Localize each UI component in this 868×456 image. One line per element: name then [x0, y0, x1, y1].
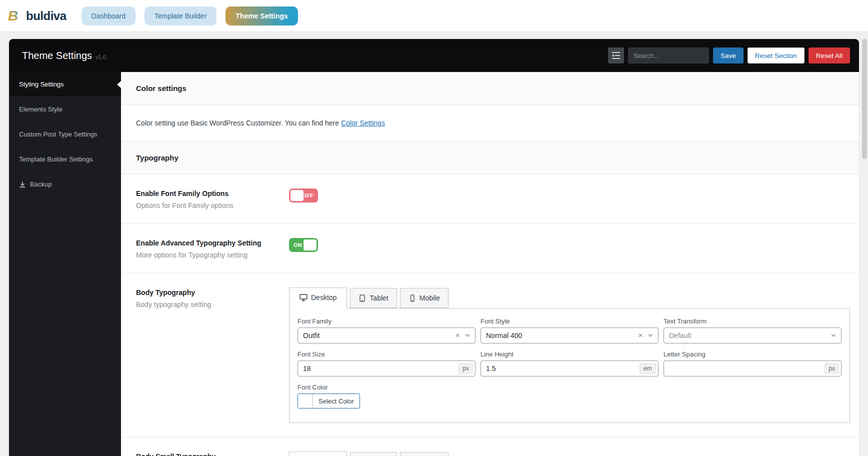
- line-height-field: Line Height em: [480, 350, 658, 376]
- setting-description: More options for Typography setting: [136, 251, 289, 259]
- unit-badge: px: [824, 363, 839, 374]
- download-icon: [19, 181, 26, 188]
- mobile-icon: [408, 294, 416, 302]
- device-tabs: Desktop Tablet: [289, 452, 850, 456]
- body-small-typography-row: Body Small Typography Desktop: [121, 437, 859, 456]
- reset-section-button[interactable]: Reset Section: [748, 48, 804, 64]
- field-label: Font Family: [298, 318, 476, 325]
- font-size-input[interactable]: [298, 360, 476, 376]
- logo-wordmark: buldiva: [26, 9, 66, 23]
- top-navigation-bar: B buldiva Dashboard Template Builder The…: [0, 0, 868, 32]
- select-color-button[interactable]: Select Color: [298, 394, 360, 408]
- field-label: Letter Spacing: [664, 350, 842, 358]
- tab-tablet[interactable]: Tablet: [350, 452, 396, 456]
- field-label-col: Body Typography Body typography setting: [136, 288, 289, 423]
- color-swatch: [298, 394, 313, 408]
- setting-label: Enable Font Family Options: [136, 190, 289, 198]
- field-col: OFF: [289, 188, 850, 210]
- color-settings-note-text: Color setting use Basic WordPress Custom…: [136, 119, 339, 127]
- enable-font-family-row: Enable Font Family Options Options for F…: [121, 174, 859, 224]
- chevron-down-icon: [465, 334, 470, 338]
- font-family-field: Font Family Outfit ✕: [298, 318, 476, 344]
- field-label: Text Transform: [664, 318, 842, 325]
- advanced-typography-toggle[interactable]: ON: [289, 238, 318, 252]
- font-style-field: Font Style Normal 400 ✕: [480, 318, 658, 344]
- sidebar-item-backup[interactable]: Backup: [9, 172, 121, 197]
- font-family-select[interactable]: Outfit ✕: [298, 328, 476, 344]
- field-label: Font Size: [298, 350, 476, 358]
- nav-template-builder[interactable]: Template Builder: [144, 6, 216, 26]
- field-label: Font Color: [298, 384, 476, 391]
- panel-title-group: Theme Settings v1.0: [22, 50, 106, 62]
- clear-icon[interactable]: ✕: [455, 332, 460, 339]
- text-transform-select[interactable]: Default: [664, 328, 842, 344]
- header-actions: Save Reset Section Reset All: [608, 48, 850, 64]
- nav-dashboard[interactable]: Dashboard: [82, 6, 136, 26]
- panel-body: Styling Settings Elements Style Custom P…: [9, 72, 859, 456]
- section-header-typography: Typography: [121, 141, 859, 174]
- top-nav: Dashboard Template Builder Theme Setting…: [82, 6, 298, 26]
- sidebar-item-label: Elements Style: [19, 106, 62, 113]
- reset-all-button[interactable]: Reset All: [808, 48, 850, 64]
- font-style-select[interactable]: Normal 400 ✕: [480, 328, 658, 344]
- chevron-down-icon: [831, 334, 836, 338]
- select-value: Normal 400: [486, 332, 522, 340]
- sidebar-item-styling-settings[interactable]: Styling Settings: [9, 72, 121, 97]
- setting-label: Body Typography: [136, 288, 289, 296]
- select-value: Outfit: [303, 332, 320, 340]
- color-settings-note-row: Color setting use Basic WordPress Custom…: [121, 105, 859, 141]
- field-label-col: Enable Advanced Typography Setting More …: [136, 238, 289, 259]
- field-label-col: Body Small Typography: [136, 452, 289, 456]
- tab-mobile[interactable]: Mobile: [400, 452, 448, 456]
- toggle-knob: [290, 190, 304, 201]
- collapse-menu-button[interactable]: [608, 48, 624, 64]
- sidebar-item-label: Backup: [30, 180, 52, 188]
- font-family-options-toggle[interactable]: OFF: [289, 188, 318, 202]
- section-title: Typography: [136, 154, 844, 162]
- toggle-knob: [304, 240, 316, 250]
- color-settings-link[interactable]: Color Settings: [341, 119, 385, 127]
- field-label: Line Height: [480, 350, 658, 358]
- toggle-state-label: ON: [294, 242, 302, 248]
- tab-desktop[interactable]: Desktop: [289, 452, 347, 456]
- desktop-icon: [300, 294, 308, 302]
- tab-tablet[interactable]: Tablet: [350, 288, 396, 308]
- nav-theme-settings[interactable]: Theme Settings: [226, 6, 298, 26]
- sidebar-item-label: Styling Settings: [19, 80, 64, 88]
- search-input[interactable]: [628, 48, 709, 64]
- tab-desktop[interactable]: Desktop: [289, 288, 347, 308]
- field-col: Desktop Tablet: [289, 288, 850, 423]
- tab-label: Desktop: [311, 294, 336, 302]
- device-tabs: Desktop Tablet: [289, 288, 850, 308]
- line-height-input[interactable]: [480, 360, 658, 376]
- version-badge: v1.0: [96, 54, 106, 60]
- section-title: Color settings: [136, 84, 844, 92]
- clear-icon[interactable]: ✕: [638, 332, 643, 339]
- select-value: Default: [669, 332, 691, 340]
- sidebar-item-label: Template Builder Settings: [19, 156, 92, 163]
- unit-badge: px: [458, 363, 473, 374]
- sidebar-item-elements-style[interactable]: Elements Style: [9, 97, 121, 122]
- sidebar-item-template-builder-settings[interactable]: Template Builder Settings: [9, 147, 121, 172]
- toggle-state-label: OFF: [302, 192, 314, 198]
- theme-settings-panel: Theme Settings v1.0 Save Reset Section R…: [9, 39, 859, 456]
- body-typography-row: Body Typography Body typography setting …: [121, 273, 859, 437]
- sidebar-item-custom-post-type-settings[interactable]: Custom Post Type Settings: [9, 122, 121, 147]
- setting-description: Options for Font Family options: [136, 202, 289, 210]
- enable-advanced-typography-row: Enable Advanced Typography Setting More …: [121, 224, 859, 273]
- section-header-color-settings: Color settings: [121, 72, 859, 105]
- typography-fields-panel: Font Family Outfit ✕ Font: [289, 308, 850, 423]
- tab-mobile[interactable]: Mobile: [400, 288, 448, 308]
- settings-content: Color settings Color setting use Basic W…: [121, 72, 859, 456]
- setting-description: Body typography setting: [136, 300, 289, 308]
- outdent-icon: [612, 52, 620, 59]
- letter-spacing-input[interactable]: [664, 360, 842, 376]
- save-button[interactable]: Save: [713, 48, 744, 64]
- field-col: ON: [289, 238, 850, 259]
- field-label: Font Style: [480, 318, 658, 325]
- field-label-col: Enable Font Family Options Options for F…: [136, 188, 289, 210]
- tab-label: Tablet: [370, 294, 388, 302]
- scrollbar-thumb[interactable]: [862, 39, 867, 159]
- field-col: Desktop Tablet: [289, 452, 850, 456]
- unit-badge: em: [640, 363, 656, 374]
